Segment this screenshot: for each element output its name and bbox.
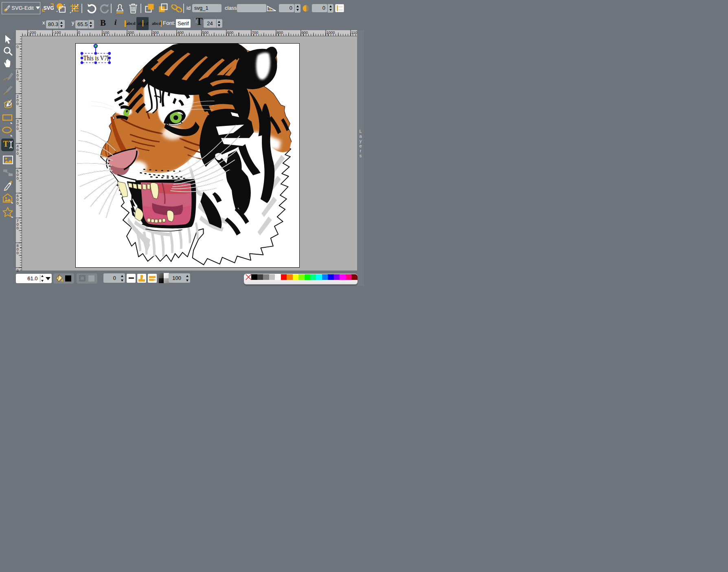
svg-text:This is V7: This is V7 xyxy=(83,54,107,62)
svg-text:SVG: SVG xyxy=(44,5,54,11)
